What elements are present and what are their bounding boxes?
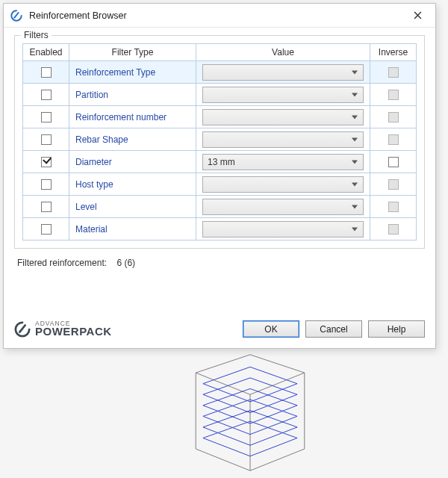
filter-type-label: Reinforcement Type bbox=[75, 67, 155, 78]
brand-icon bbox=[14, 321, 31, 338]
enabled-checkbox[interactable] bbox=[41, 224, 52, 235]
value-combobox[interactable] bbox=[202, 199, 364, 215]
ok-button[interactable]: OK bbox=[243, 320, 299, 338]
header-inverse[interactable]: Inverse bbox=[370, 44, 417, 61]
value-combobox[interactable] bbox=[202, 109, 364, 125]
titlebar: Reinforcement Browser bbox=[4, 4, 435, 28]
filter-type-label: Material bbox=[75, 224, 108, 235]
dialog-footer: ADVANCE POWERPACK OK Cancel Help bbox=[4, 313, 435, 348]
inverse-checkbox bbox=[388, 224, 399, 235]
inverse-checkbox bbox=[388, 67, 399, 78]
filtered-summary-label: Filtered reinforcement: bbox=[17, 258, 107, 268]
inverse-checkbox bbox=[388, 90, 399, 100]
filters-group-label: Filters bbox=[21, 30, 52, 40]
inverse-checkbox bbox=[388, 179, 399, 190]
header-value[interactable]: Value bbox=[196, 44, 370, 61]
value-combobox[interactable] bbox=[202, 176, 364, 193]
value-combobox-text: 13 mm bbox=[208, 157, 235, 167]
table-row[interactable]: Level bbox=[23, 196, 417, 218]
table-row[interactable]: Rebar Shape bbox=[23, 128, 417, 151]
filters-group: Filters Enabled Filter Type Value Invers… bbox=[14, 35, 425, 249]
cancel-button[interactable]: Cancel bbox=[305, 320, 362, 338]
inverse-checkbox bbox=[388, 134, 399, 145]
enabled-checkbox[interactable] bbox=[41, 134, 52, 145]
inverse-checkbox bbox=[388, 202, 399, 212]
table-row[interactable]: Diameter13 mm bbox=[23, 151, 417, 173]
table-row[interactable]: Reinforcement Type bbox=[23, 61, 417, 84]
enabled-checkbox[interactable] bbox=[41, 179, 52, 190]
value-combobox[interactable] bbox=[202, 221, 364, 238]
inverse-checkbox bbox=[388, 112, 399, 122]
filter-type-label: Host type bbox=[75, 179, 113, 190]
close-button[interactable] bbox=[404, 5, 431, 26]
table-row[interactable]: Reinforcement number bbox=[23, 106, 417, 128]
value-combobox[interactable] bbox=[202, 131, 364, 148]
window-title: Reinforcement Browser bbox=[29, 10, 404, 21]
table-row[interactable]: Host type bbox=[23, 173, 417, 196]
app-icon bbox=[10, 9, 23, 22]
value-combobox[interactable]: 13 mm bbox=[202, 154, 364, 170]
header-type[interactable]: Filter Type bbox=[69, 44, 196, 61]
brand-logo: ADVANCE POWERPACK bbox=[14, 320, 237, 337]
enabled-checkbox[interactable] bbox=[41, 67, 52, 78]
background-rebar-drawing bbox=[187, 351, 314, 474]
value-combobox[interactable] bbox=[202, 64, 364, 81]
table-row[interactable]: Partition bbox=[23, 84, 417, 106]
filter-type-label: Partition bbox=[75, 90, 108, 100]
enabled-checkbox[interactable] bbox=[41, 112, 52, 122]
filtered-summary: Filtered reinforcement: 6 (6) bbox=[14, 258, 425, 268]
brand-large-text: POWERPACK bbox=[35, 326, 112, 337]
enabled-checkbox[interactable] bbox=[41, 157, 52, 167]
enabled-checkbox[interactable] bbox=[41, 90, 52, 100]
value-combobox[interactable] bbox=[202, 87, 364, 103]
filters-table: Enabled Filter Type Value Inverse Reinfo… bbox=[22, 43, 417, 240]
header-enabled[interactable]: Enabled bbox=[23, 44, 69, 61]
close-icon bbox=[414, 11, 422, 19]
enabled-checkbox[interactable] bbox=[41, 202, 52, 212]
dialog-body: Filters Enabled Filter Type Value Invers… bbox=[4, 28, 435, 313]
table-row[interactable]: Material bbox=[23, 218, 417, 240]
filter-type-label: Level bbox=[75, 202, 97, 212]
filter-type-label: Rebar Shape bbox=[75, 134, 128, 145]
inverse-checkbox[interactable] bbox=[388, 157, 399, 167]
filter-type-label: Diameter bbox=[75, 157, 112, 167]
filter-type-label: Reinforcement number bbox=[75, 112, 167, 122]
help-button[interactable]: Help bbox=[368, 320, 425, 338]
reinforcement-browser-dialog: Reinforcement Browser Filters Enabled Fi… bbox=[3, 3, 436, 349]
filtered-summary-count: 6 (6) bbox=[116, 258, 135, 268]
